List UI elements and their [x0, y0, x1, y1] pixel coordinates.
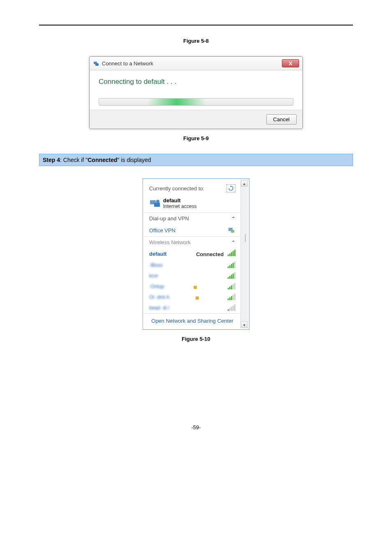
step-prefix: Step 4: [43, 157, 60, 163]
connecting-message: Connecting to default . . .: [99, 78, 293, 86]
dialog-body: Connecting to default . . .: [90, 70, 302, 110]
signal-icon: [228, 262, 235, 268]
connected-network-name: default: [163, 197, 196, 204]
network-icon: [93, 60, 99, 67]
open-network-center[interactable]: Open Network and Sharing Center: [144, 313, 240, 328]
figure-caption-5-10: Figure 5-10: [39, 336, 353, 342]
connected-network-sub: Internet access: [163, 204, 196, 209]
wifi-name-blurred: ·iBoss: [149, 262, 163, 268]
scroll-up-button[interactable]: ▴: [241, 180, 248, 187]
wireless-network-header: Wireless Network ⌃: [144, 237, 240, 248]
signal-icon: [228, 273, 235, 279]
wifi-item[interactable]: ·iBoss: [144, 260, 240, 271]
page-divider: [39, 25, 353, 25]
signal-icon: [228, 294, 235, 300]
step-text-2: " is displayed: [118, 157, 151, 163]
wifi-name-blurred: Ot ·dml A: [149, 294, 169, 300]
dialup-vpn-label: Dial-up and VPN: [149, 215, 189, 222]
svg-rect-1: [95, 63, 99, 66]
office-vpn-label: Office VPN: [149, 227, 175, 234]
wifi-item[interactable]: bead· di l: [144, 303, 240, 313]
vpn-icon: [227, 227, 235, 234]
connected-network-text: default Internet access: [163, 197, 196, 209]
figure-caption-5-8: Figure 5-8: [39, 38, 353, 44]
step-4-bar: Step 4: Check if "Connected" is displaye…: [39, 154, 353, 166]
scroll-thumb[interactable]: [245, 234, 246, 242]
connected-network-item[interactable]: default Internet access: [144, 196, 240, 213]
wifi-item[interactable]: kcvr: [144, 271, 240, 281]
signal-icon: [228, 284, 235, 289]
svg-rect-6: [231, 230, 234, 233]
currently-connected-label: Currently connected to:: [149, 185, 204, 192]
progress-fill: [148, 99, 206, 105]
svg-point-4: [156, 200, 159, 203]
dialog-title: Connect to a Network: [102, 60, 282, 67]
dialog-footer: Cancel: [90, 110, 302, 129]
wifi-name-blurred: bead· di l: [149, 305, 169, 311]
svg-rect-3: [154, 203, 160, 207]
wifi-item[interactable]: Ot ·dml A: [144, 292, 240, 303]
wifi-item[interactable]: ·Ontop·: [144, 281, 240, 292]
wifi-default-right: Connected: [196, 250, 235, 257]
step-text-1: : Check if ": [60, 157, 88, 163]
flyout-content: Currently connected to: default Internet…: [144, 180, 240, 328]
progress-bar: [99, 98, 293, 106]
currently-connected-section: Currently connected to:: [144, 180, 240, 196]
wifi-default-item[interactable]: default Connected: [144, 248, 240, 260]
wireless-network-label: Wireless Network: [149, 239, 191, 245]
currently-connected-header: Currently connected to:: [149, 184, 235, 192]
cancel-button[interactable]: Cancel: [266, 114, 297, 125]
chevron-up-icon[interactable]: ⌃: [231, 216, 235, 222]
refresh-icon[interactable]: [226, 184, 235, 192]
figure-caption-5-9: Figure 5-9: [39, 135, 353, 141]
open-network-center-link[interactable]: Open Network and Sharing Center: [151, 318, 233, 324]
scrollbar[interactable]: ▴ ▾: [240, 180, 248, 328]
wifi-name-blurred: ·Ontop·: [149, 284, 165, 289]
network-flyout: Currently connected to: default Internet…: [143, 178, 249, 330]
page-number: -59-: [39, 424, 353, 430]
wifi-connected-status: Connected: [196, 251, 224, 257]
wifi-default-name: default: [149, 251, 167, 257]
signal-icon: [228, 305, 235, 311]
close-button[interactable]: X: [282, 59, 299, 67]
dialup-vpn-header: Dial-up and VPN ⌃: [144, 213, 240, 224]
scroll-down-button[interactable]: ▾: [241, 321, 248, 328]
connect-network-dialog: Connect to a Network X Connecting to def…: [89, 56, 303, 129]
step-bold: Connected: [88, 157, 117, 163]
signal-icon: [228, 250, 235, 256]
dialog-titlebar: Connect to a Network X: [90, 57, 302, 70]
chevron-up-icon[interactable]: ⌃: [231, 240, 235, 245]
wifi-name-blurred: kcvr: [149, 273, 158, 279]
internet-icon: [149, 199, 161, 208]
office-vpn-item[interactable]: Office VPN: [144, 224, 240, 236]
